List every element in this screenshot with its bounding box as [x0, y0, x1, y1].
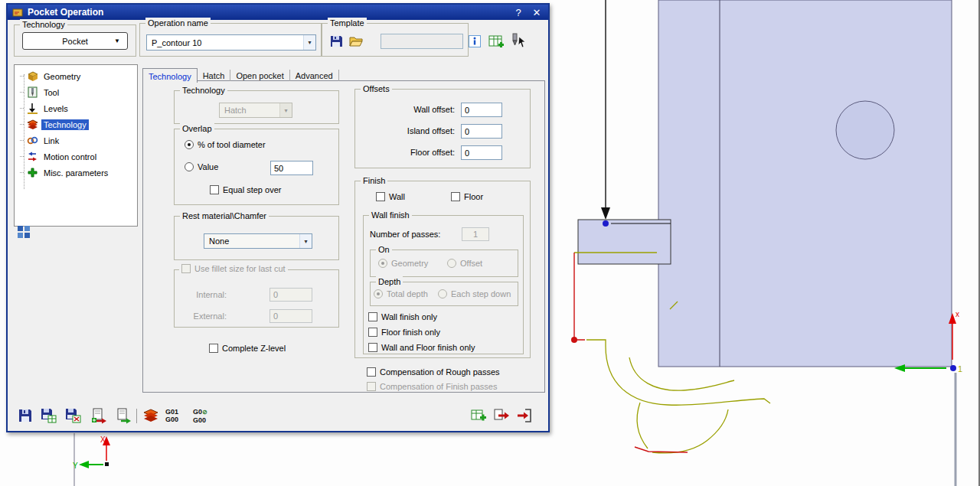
grid-icon[interactable] — [17, 225, 31, 239]
open-template-icon[interactable] — [348, 34, 364, 49]
complete-z-level-checkbox[interactable]: Complete Z-level — [209, 344, 286, 353]
operation-name-value: P_contour 10 — [152, 38, 201, 47]
complete-z-level-label: Complete Z-level — [222, 344, 286, 353]
compensation-rough-checkbox[interactable]: Compensation of Rough passes — [367, 367, 500, 377]
checkbox-icon — [367, 382, 376, 391]
checkbox-icon[interactable] — [210, 185, 219, 194]
tree-item-label: Motion control — [41, 152, 99, 162]
tree-item-technology[interactable]: Technology — [15, 116, 137, 132]
tab-technology[interactable]: Technology — [142, 68, 198, 83]
toolbar-copy-red-icon[interactable] — [90, 407, 107, 424]
axis-x-small-label: x — [956, 310, 959, 318]
part-section-band — [578, 220, 671, 264]
info-icon[interactable] — [469, 35, 481, 47]
combo-arrow-icon: ▾ — [279, 103, 292, 117]
toolbar-save-defaults-icon[interactable] — [64, 407, 81, 424]
close-button[interactable]: ✕ — [530, 7, 544, 18]
combo-arrow-icon[interactable]: ▾ — [303, 35, 315, 50]
gcode-g01-g00-label[interactable]: G01G00 — [165, 408, 178, 423]
island-offset-field[interactable] — [461, 124, 502, 139]
compensation-finish-checkbox: Compensation of Finish passes — [367, 382, 497, 391]
tab-open-pocket[interactable]: Open pocket — [230, 70, 289, 81]
checkbox-icon[interactable] — [376, 192, 385, 201]
toolbar-copy-green-icon[interactable] — [115, 407, 132, 424]
tree-item-geometry[interactable]: Geometry — [15, 68, 137, 84]
tree-item-motion-control[interactable]: Motion control — [15, 148, 137, 165]
technology-method-group: Technology Hatch ▾ — [174, 90, 339, 124]
toolbar-divider — [136, 409, 137, 423]
checkbox-icon[interactable] — [368, 328, 377, 337]
checkbox-icon[interactable] — [367, 367, 376, 377]
tab-hatch[interactable]: Hatch — [198, 70, 231, 81]
checkbox-icon[interactable] — [368, 312, 377, 321]
tree-item-tool[interactable]: Tool — [15, 84, 137, 100]
on-offset-label: Offset — [460, 259, 482, 268]
value-radio[interactable]: Value — [185, 162, 218, 171]
tree-motion-icon — [27, 151, 38, 162]
part-hole — [836, 101, 894, 159]
wall-finish-only-checkbox[interactable]: Wall finish only — [368, 312, 437, 321]
technology-tab-panel: Technology Hatch ▾ Overlap % of tool dia… — [142, 80, 545, 393]
technology-group-label: Technology — [20, 19, 67, 30]
wall-finish-group: Wall finish Number of passes: On Geometr… — [363, 215, 524, 354]
on-geometry-radio: Geometry — [378, 259, 428, 268]
add-operation-icon[interactable] — [470, 407, 487, 424]
tree-levels-icon — [27, 103, 38, 114]
tree-item-levels[interactable]: Levels — [15, 100, 137, 116]
checkbox-icon[interactable] — [451, 192, 460, 201]
wall-finish-only-label: Wall finish only — [381, 312, 437, 321]
radio-icon[interactable] — [185, 162, 194, 171]
checkbox-icon[interactable] — [209, 344, 218, 353]
chevron-down-icon: ▼ — [114, 38, 120, 44]
floor-checkbox[interactable]: Floor — [451, 192, 483, 201]
pick-tool-icon[interactable] — [508, 32, 528, 52]
overlap-value-field[interactable] — [270, 161, 313, 175]
radio-icon — [378, 259, 387, 268]
floor-offset-field[interactable] — [461, 145, 502, 160]
percent-of-tool-diameter-radio[interactable]: % of tool diameter — [185, 140, 266, 149]
radio-icon — [374, 289, 383, 298]
depth-group: Depth Total depth Each step down — [370, 282, 518, 306]
checkbox-icon[interactable] — [368, 343, 377, 352]
save-template-icon[interactable] — [328, 34, 344, 49]
toolbar-save-template-icon[interactable] — [40, 407, 57, 424]
tree-item-link[interactable]: Link — [15, 132, 137, 148]
toolbar-technology-icon[interactable] — [142, 407, 159, 424]
tab-advanced[interactable]: Advanced — [290, 70, 339, 81]
tree-item-misc-parameters[interactable]: Misc. parameters — [15, 165, 137, 181]
axis-y-label: Y — [73, 462, 78, 470]
geometry-point-red — [571, 337, 577, 343]
radio-icon[interactable] — [185, 140, 194, 149]
overlap-group: Overlap % of tool diameter Value Equal s… — [174, 129, 339, 205]
wall-and-floor-finish-only-checkbox[interactable]: Wall and Floor finish only — [368, 343, 475, 352]
wall-offset-field[interactable] — [461, 103, 502, 117]
on-geometry-label: Geometry — [391, 259, 428, 268]
technology-dropdown[interactable]: Pocket ▼ — [22, 32, 128, 50]
template-label: Template — [328, 18, 367, 28]
gcode-g0-g00-label[interactable]: G0⊘ G00 — [193, 408, 207, 424]
rest-material-label: Rest material\Chamfer — [180, 210, 269, 221]
tree-item-label: Technology — [41, 119, 89, 130]
tree-tool-icon — [27, 86, 38, 98]
depth-label: Depth — [376, 276, 403, 287]
internal-label: Internal: — [175, 290, 227, 299]
equal-step-over-checkbox[interactable]: Equal step over — [210, 185, 281, 194]
ucs-number-label: 1 — [958, 364, 962, 373]
overlap-label: Overlap — [180, 123, 214, 134]
titlebar[interactable]: Pocket Operation ? ✕ — [8, 5, 548, 20]
template-table-icon[interactable] — [488, 34, 504, 51]
save-copy-icon[interactable] — [493, 407, 510, 424]
external-label: External: — [175, 311, 227, 321]
combo-arrow-icon[interactable]: ▾ — [299, 234, 312, 248]
operation-name-label: Operation name — [145, 18, 211, 28]
wall-label: Wall — [389, 192, 405, 201]
template-field[interactable] — [381, 34, 463, 49]
help-button[interactable]: ? — [511, 7, 525, 18]
rest-material-group: Rest material\Chamfer None ▾ — [174, 216, 339, 260]
floor-finish-only-checkbox[interactable]: Floor finish only — [368, 328, 440, 337]
rest-material-combo[interactable]: None ▾ — [204, 233, 312, 249]
save-exit-icon[interactable] — [516, 407, 533, 424]
wall-checkbox[interactable]: Wall — [376, 192, 405, 201]
operation-name-combo[interactable]: P_contour 10 ▾ — [146, 34, 316, 51]
toolbar-save-icon[interactable] — [17, 407, 34, 424]
